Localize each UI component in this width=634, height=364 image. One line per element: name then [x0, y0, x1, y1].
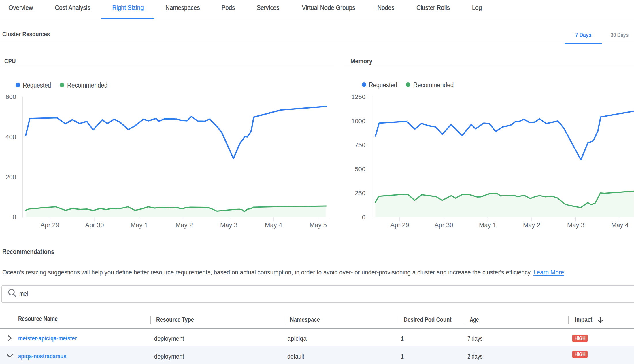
svg-text:May 2: May 2 — [176, 221, 193, 229]
svg-text:May 5: May 5 — [310, 221, 327, 229]
svg-text:400: 400 — [5, 133, 16, 141]
svg-text:May 1: May 1 — [131, 221, 148, 229]
svg-text:500: 500 — [355, 166, 365, 173]
svg-text:Apr 30: Apr 30 — [435, 221, 453, 229]
svg-text:May 4: May 4 — [611, 221, 629, 229]
svg-text:May 1: May 1 — [479, 221, 496, 229]
svg-text:1000: 1000 — [351, 117, 365, 125]
svg-text:200: 200 — [5, 173, 16, 181]
svg-text:750: 750 — [355, 141, 365, 149]
svg-text:Apr 29: Apr 29 — [390, 221, 409, 229]
svg-text:May 3: May 3 — [567, 221, 584, 229]
svg-text:May 4: May 4 — [265, 221, 282, 229]
svg-text:May 3: May 3 — [220, 221, 237, 229]
svg-text:1250: 1250 — [351, 93, 365, 101]
svg-text:0: 0 — [362, 214, 365, 221]
svg-text:250: 250 — [355, 189, 365, 197]
svg-text:Apr 29: Apr 29 — [41, 221, 59, 229]
svg-text:May 2: May 2 — [523, 221, 540, 229]
svg-text:Apr 30: Apr 30 — [85, 221, 104, 229]
svg-text:0: 0 — [13, 213, 16, 221]
svg-text:600: 600 — [5, 93, 16, 101]
